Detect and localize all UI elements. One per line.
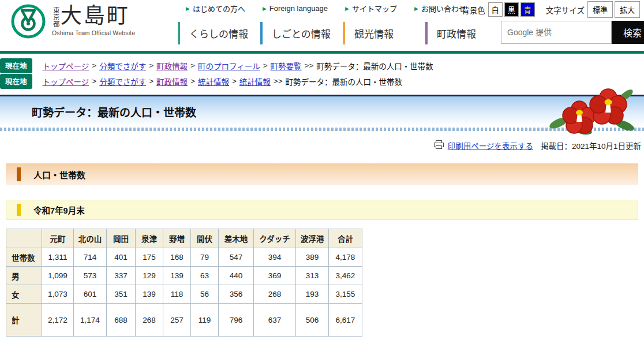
breadcrumb-link[interactable]: 統計情報	[239, 76, 271, 87]
column-header: 合計	[329, 229, 362, 248]
table-cell: 337	[107, 267, 136, 285]
site-header: 東京都 大島町 Oshima Town Official Website ▶はじ…	[0, 0, 644, 51]
table-cell: 440	[219, 267, 254, 285]
breadcrumb-current: 町勢データ：最新の人口・世帯数	[286, 76, 403, 87]
table-cell: 119	[191, 304, 219, 337]
column-header: クダッチ	[254, 229, 296, 248]
breadcrumb-link[interactable]: 町政情報	[156, 76, 188, 87]
subsection-heading-box: 令和7年9月末	[6, 200, 638, 220]
current-location-badge: 現在地	[0, 58, 32, 73]
section-heading: 人口・世帯数	[33, 169, 85, 181]
table-cell: 4,178	[329, 248, 362, 267]
breadcrumb-separator: >	[190, 77, 195, 85]
print-row: 印刷用ページを表示する 掲載日：2021年10月1日更新	[0, 140, 644, 151]
page-title: 町勢データ：最新の人口・世帯数	[32, 103, 196, 119]
table-cell: 118	[163, 285, 191, 304]
main-nav: くらしの情報しごとの情報観光情報町政情報	[178, 22, 508, 44]
column-header: 野増	[163, 229, 191, 248]
table-cell: 369	[254, 267, 296, 285]
breadcrumb-link[interactable]: トップページ	[43, 76, 89, 87]
breadcrumb-separator: >	[190, 61, 195, 70]
utility-link-3[interactable]: ▶お問い合わせ	[414, 3, 466, 14]
table-cell: 389	[296, 248, 329, 267]
utility-link-label: お問い合わせ	[421, 3, 466, 14]
section-heading-box: 人口・世帯数	[6, 163, 638, 185]
page-title-banner: 町勢データ：最新の人口・世帯数	[0, 95, 644, 126]
breadcrumb-link[interactable]: 分類でさがす	[99, 76, 146, 87]
row-header: 世帯数	[6, 248, 42, 267]
breadcrumb-link[interactable]: 町勢要覧	[271, 60, 302, 72]
column-header: 差木地	[219, 229, 254, 248]
table-row: 世帯数1,311714401175168795473943894,178	[6, 248, 362, 267]
link-arrow-icon: ▶	[186, 6, 190, 12]
table-cell: 1,174	[74, 304, 107, 337]
table-cell: 547	[219, 248, 254, 267]
table-cell: 356	[219, 285, 254, 304]
breadcrumb-separator-double: >>	[274, 77, 283, 85]
table-cell: 139	[136, 285, 163, 304]
table-cell: 268	[254, 285, 296, 304]
row-header: 計	[6, 304, 42, 337]
nav-item-2[interactable]: 観光情報	[343, 22, 425, 44]
utility-link-0[interactable]: ▶はじめての方へ	[186, 3, 245, 14]
logo-town-name: 大島町	[61, 3, 130, 29]
breadcrumb-link[interactable]: 分類でさがす	[99, 60, 146, 72]
table-cell: 56	[191, 285, 219, 304]
nav-item-0[interactable]: くらしの情報	[178, 22, 260, 44]
row-header: 男	[6, 267, 42, 285]
town-emblem-icon	[10, 3, 46, 42]
table-cell: 714	[74, 248, 107, 267]
breadcrumb-row-1: 現在地トップページ>分類でさがす>町政情報>町のプロフィール>町勢要覧>>町勢デ…	[0, 58, 644, 73]
dotted-separator	[0, 128, 644, 131]
table-cell: 129	[136, 267, 163, 285]
utility-link-label: はじめての方へ	[193, 3, 245, 14]
table-cell: 637	[254, 304, 296, 337]
table-cell: 394	[254, 248, 296, 267]
table-cell: 175	[136, 248, 163, 267]
breadcrumb-link[interactable]: トップページ	[43, 60, 89, 72]
breadcrumb-link[interactable]: 町政情報	[156, 60, 188, 72]
breadcrumb-current: 町勢データ：最新の人口・世帯数	[316, 60, 433, 72]
bg-color-option-1[interactable]: 黒	[504, 2, 519, 17]
nav-item-1[interactable]: しごとの情報	[260, 22, 343, 44]
printer-icon	[434, 140, 444, 151]
breadcrumb-link[interactable]: 統計情報	[198, 76, 229, 87]
bg-color-option-0[interactable]: 白	[488, 2, 503, 17]
text-size-label: 文字サイズ	[546, 4, 585, 16]
table-cell: 796	[219, 304, 254, 337]
breadcrumb-link[interactable]: 町のプロフィール	[198, 60, 260, 72]
table-cell: 193	[296, 285, 329, 304]
column-header: 元町	[42, 229, 74, 248]
text-size-option-1[interactable]: 拡大	[615, 1, 640, 18]
print-page-link[interactable]: 印刷用ページを表示する	[448, 140, 533, 151]
nav-item-3[interactable]: 町政情報	[425, 22, 508, 44]
table-cell: 168	[163, 248, 191, 267]
search-input[interactable]	[501, 21, 612, 44]
text-size-options: 標準拡大	[587, 1, 642, 18]
header-divider-bar	[0, 51, 644, 54]
utility-link-2[interactable]: ▶サイトマップ	[345, 3, 397, 14]
link-arrow-icon: ▶	[345, 6, 349, 12]
text-size-option-0[interactable]: 標準	[587, 1, 613, 18]
table-cell: 268	[136, 304, 163, 337]
breadcrumb-separator: >	[149, 77, 153, 85]
site-logo[interactable]: 東京都 大島町 Oshima Town Official Website	[10, 3, 136, 42]
table-cell: 601	[74, 285, 107, 304]
table-cell: 1,073	[42, 285, 74, 304]
table-cell: 313	[296, 267, 329, 285]
table-header-row: 元町北の山岡田泉津野増間伏差木地クダッチ波浮港合計	[6, 229, 362, 248]
table-cell: 688	[107, 304, 136, 337]
utility-link-1[interactable]: ▶Foreign language	[263, 4, 328, 13]
utility-links: ▶はじめての方へ▶Foreign language▶サイトマップ▶お問い合わせ	[186, 3, 466, 14]
column-header: 北の山	[74, 229, 107, 248]
bg-color-option-2[interactable]: 青	[521, 2, 535, 17]
table-row: 女1,073601351139118563562681933,155	[6, 285, 362, 304]
table-row: 男1,099573337129139634403693133,462	[6, 267, 362, 285]
table-cell: 401	[107, 248, 136, 267]
table-cell: 506	[296, 304, 329, 337]
breadcrumb-separator: >	[232, 77, 237, 85]
search-button[interactable]: 検索	[612, 21, 644, 44]
table-cell: 139	[163, 267, 191, 285]
logo-tagline: Oshima Town Official Website	[52, 29, 136, 36]
link-arrow-icon: ▶	[414, 6, 418, 12]
